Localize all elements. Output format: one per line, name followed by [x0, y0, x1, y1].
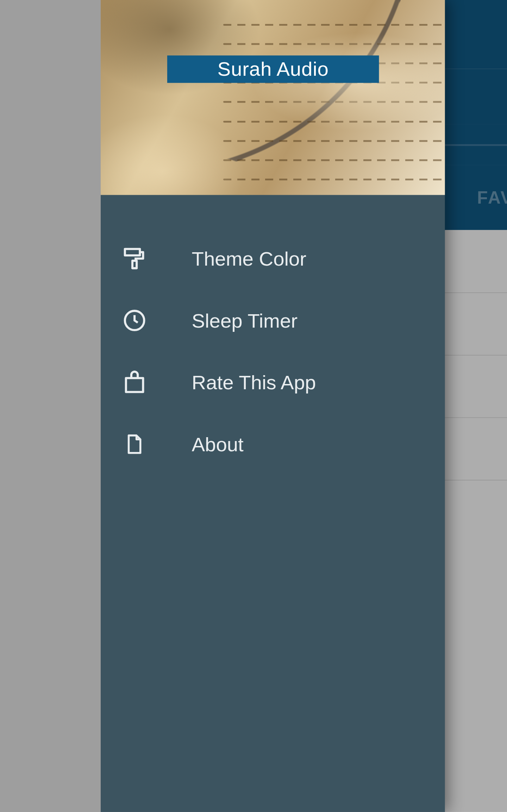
svg-rect-4 — [125, 249, 140, 255]
tab-favorites[interactable]: FAVORITES — [477, 188, 507, 207]
svg-rect-5 — [132, 261, 137, 268]
paint-roller-icon — [121, 246, 147, 272]
menu-item-label: About — [192, 433, 243, 456]
menu-item-label: Sleep Timer — [192, 309, 298, 332]
file-icon — [121, 432, 147, 457]
drawer-header: Surah Audio — [101, 0, 445, 195]
drawer-title: Surah Audio — [167, 55, 378, 83]
menu-item-about[interactable]: About — [101, 413, 445, 475]
navigation-drawer: Surah Audio Theme Color Sleep Timer Rate — [101, 0, 445, 812]
menu-item-label: Theme Color — [192, 247, 306, 270]
drawer-menu: Theme Color Sleep Timer Rate This App Ab… — [101, 195, 445, 475]
menu-item-sleep-timer[interactable]: Sleep Timer — [101, 290, 445, 352]
menu-item-label: Rate This App — [192, 371, 316, 394]
svg-rect-7 — [126, 378, 143, 392]
menu-item-rate-app[interactable]: Rate This App — [101, 352, 445, 414]
bag-icon — [121, 370, 147, 395]
clock-icon — [121, 308, 147, 333]
menu-item-theme-color[interactable]: Theme Color — [101, 228, 445, 290]
